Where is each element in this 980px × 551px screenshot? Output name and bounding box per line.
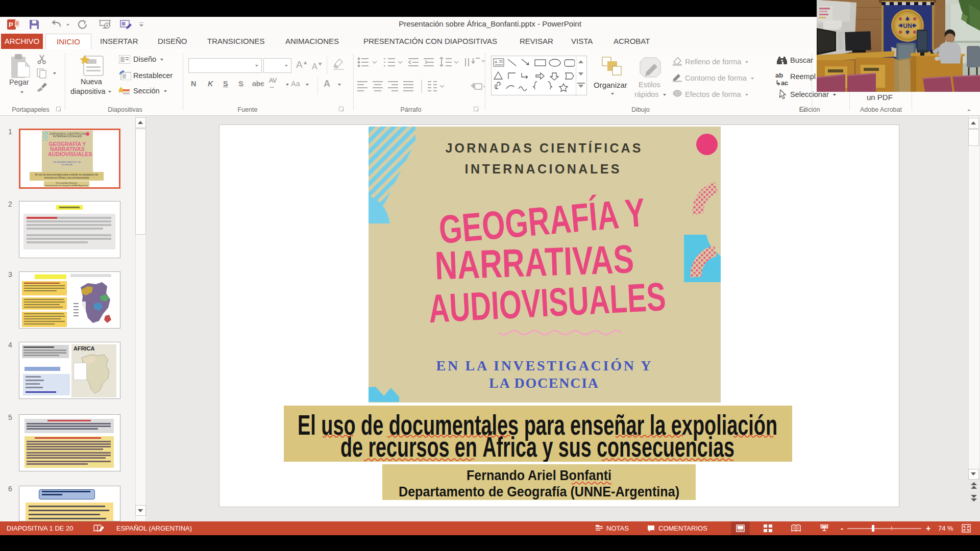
svg-text:A: A: [495, 60, 498, 64]
svg-text:LA DOCENCIA: LA DOCENCIA: [489, 375, 600, 391]
svg-text:Departamento de Geografía (UNN: Departamento de Geografía (UNNE-Argentin…: [399, 484, 679, 499]
svg-text:EN LA INVESTIGACIÓN Y: EN LA INVESTIGACIÓN Y: [436, 358, 653, 373]
svg-text:INTERNACIONALES: INTERNACIONALES: [465, 162, 623, 176]
svg-text:Fernando Ariel Bonfanti: Fernando Ariel Bonfanti: [467, 468, 611, 483]
svg-text:JORNADAS CIENTÍFICAS: JORNADAS CIENTÍFICAS: [446, 141, 644, 155]
